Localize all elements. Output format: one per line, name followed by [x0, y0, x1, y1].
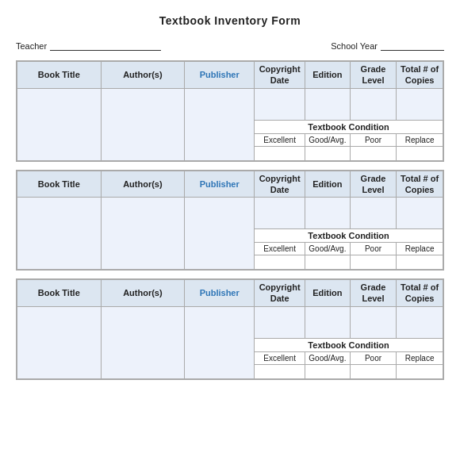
condition-replace-val-3[interactable] — [397, 364, 443, 378]
page-title: Textbook Inventory Form — [16, 14, 444, 27]
col-header-copyright-1: Copyright Date — [255, 62, 305, 89]
condition-excellent-val-1[interactable] — [255, 146, 305, 160]
total-cell-3[interactable] — [397, 306, 443, 338]
publisher-cell-3[interactable] — [185, 306, 255, 378]
condition-replace-label-2: Replace — [397, 243, 443, 255]
col-header-copyright-2: Copyright Date — [255, 171, 305, 198]
condition-header-2: Textbook Condition — [255, 229, 443, 243]
school-year-input[interactable] — [381, 40, 444, 51]
condition-excellent-val-3[interactable] — [255, 364, 305, 378]
condition-good-val-3[interactable] — [305, 364, 351, 378]
book-table-1: Book Title Author(s) Publisher Copyright… — [17, 61, 443, 161]
col-header-booktitle-3: Book Title — [17, 280, 102, 307]
col-header-copyright-3: Copyright Date — [255, 280, 305, 307]
authors-cell-2[interactable] — [101, 198, 185, 270]
grade-cell-2[interactable] — [350, 198, 397, 229]
col-header-grade-1: Grade Level — [350, 62, 397, 89]
teacher-label: Teacher — [16, 41, 47, 51]
col-header-total-1: Total # of Copies — [397, 62, 443, 89]
col-header-publisher-3: Publisher — [185, 280, 255, 307]
col-header-grade-2: Grade Level — [350, 171, 397, 198]
condition-poor-label-2: Poor — [350, 243, 397, 255]
school-year-label: School Year — [331, 41, 378, 51]
col-header-booktitle-2: Book Title — [17, 171, 102, 198]
condition-replace-label-1: Replace — [397, 133, 443, 146]
book-title-cell-3[interactable] — [17, 306, 102, 378]
col-header-authors-3: Author(s) — [101, 280, 185, 307]
book-block-3: Book Title Author(s) Publisher Copyright… — [16, 278, 444, 380]
condition-excellent-label-3: Excellent — [255, 351, 305, 364]
school-year-field: School Year — [331, 40, 444, 51]
col-header-authors-2: Author(s) — [101, 171, 185, 198]
condition-poor-label-3: Poor — [350, 351, 397, 364]
grade-cell-1[interactable] — [350, 88, 397, 120]
book-block-1: Book Title Author(s) Publisher Copyright… — [16, 60, 444, 162]
condition-good-val-1[interactable] — [305, 146, 351, 160]
teacher-field: Teacher — [16, 40, 161, 51]
col-header-authors-1: Author(s) — [101, 62, 185, 89]
condition-poor-val-1[interactable] — [350, 146, 397, 160]
col-header-grade-3: Grade Level — [350, 280, 397, 307]
condition-replace-val-1[interactable] — [397, 146, 443, 160]
condition-header-1: Textbook Condition — [255, 120, 443, 133]
book-title-cell-1[interactable] — [17, 88, 102, 160]
col-header-total-2: Total # of Copies — [397, 171, 443, 198]
edition-cell-2[interactable] — [305, 198, 351, 229]
grade-cell-3[interactable] — [350, 306, 397, 338]
book-block-2: Book Title Author(s) Publisher Copyright… — [16, 170, 444, 271]
col-header-total-3: Total # of Copies — [397, 280, 443, 307]
condition-excellent-label-1: Excellent — [255, 133, 305, 146]
col-header-booktitle-1: Book Title — [17, 62, 102, 89]
total-cell-2[interactable] — [397, 198, 443, 229]
col-header-edition-1: Edition — [305, 62, 351, 89]
condition-poor-label-1: Poor — [350, 133, 397, 146]
form-header: Teacher School Year — [16, 40, 444, 51]
publisher-cell-1[interactable] — [185, 88, 255, 160]
total-cell-1[interactable] — [397, 88, 443, 120]
edition-cell-1[interactable] — [305, 88, 351, 120]
col-header-publisher-1: Publisher — [185, 62, 255, 89]
teacher-input[interactable] — [50, 40, 161, 51]
condition-replace-val-2[interactable] — [397, 255, 443, 270]
authors-cell-3[interactable] — [101, 306, 185, 378]
col-header-edition-2: Edition — [305, 171, 351, 198]
condition-good-label-3: Good/Avg. — [305, 351, 351, 364]
condition-good-val-2[interactable] — [305, 255, 351, 270]
copyright-cell-1[interactable] — [255, 88, 305, 120]
book-title-cell-2[interactable] — [17, 198, 102, 270]
condition-header-3: Textbook Condition — [255, 338, 443, 351]
condition-good-label-2: Good/Avg. — [305, 243, 351, 255]
authors-cell-1[interactable] — [101, 88, 185, 160]
condition-good-label-1: Good/Avg. — [305, 133, 351, 146]
condition-poor-val-2[interactable] — [350, 255, 397, 270]
book-table-3: Book Title Author(s) Publisher Copyright… — [17, 279, 443, 379]
col-header-publisher-2: Publisher — [185, 171, 255, 198]
book-table-2: Book Title Author(s) Publisher Copyright… — [17, 171, 443, 271]
condition-poor-val-3[interactable] — [350, 364, 397, 378]
publisher-cell-2[interactable] — [185, 198, 255, 270]
col-header-edition-3: Edition — [305, 280, 351, 307]
condition-excellent-label-2: Excellent — [255, 243, 305, 255]
condition-replace-label-3: Replace — [397, 351, 443, 364]
condition-excellent-val-2[interactable] — [255, 255, 305, 270]
copyright-cell-3[interactable] — [255, 306, 305, 338]
edition-cell-3[interactable] — [305, 306, 351, 338]
copyright-cell-2[interactable] — [255, 198, 305, 229]
